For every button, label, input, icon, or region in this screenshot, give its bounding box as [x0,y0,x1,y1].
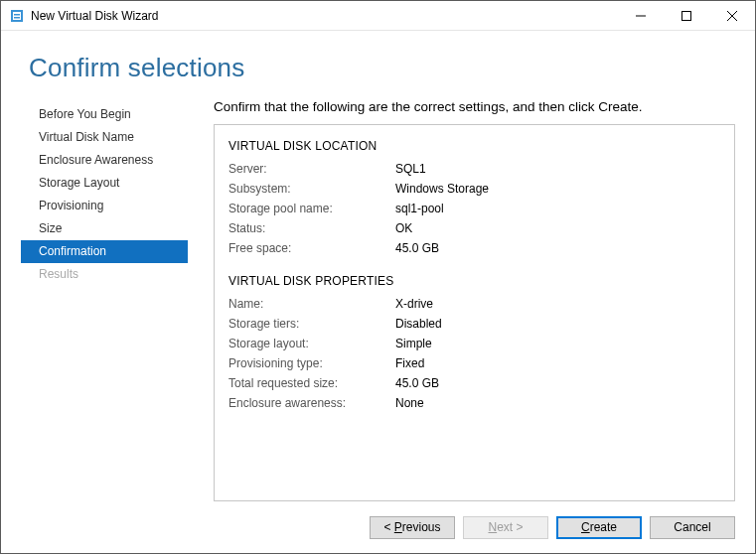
sidebar-item-label: Virtual Disk Name [39,130,134,144]
svg-rect-1 [13,12,21,20]
sidebar-item-size[interactable]: Size [21,217,188,240]
maximize-button[interactable] [664,1,709,31]
row-status: Status: OK [228,218,720,238]
heading-area: Confirm selections [1,31,755,99]
value-server: SQL1 [395,159,426,179]
row-provisioning: Provisioning type: Fixed [228,353,720,373]
label-pool: Storage pool name: [228,199,395,218]
create-button-label: reate [590,520,617,534]
label-enclosure: Enclosure awareness: [228,393,395,413]
row-subsystem: Subsystem: Windows Storage [228,179,720,199]
row-pool: Storage pool name: sql1-pool [228,199,720,218]
value-pool: sql1-pool [395,199,444,218]
label-layout: Storage layout: [228,334,395,353]
sidebar-item-label: Before You Begin [39,107,131,121]
value-free-space: 45.0 GB [395,238,439,258]
row-total-size: Total requested size: 45.0 GB [228,373,720,393]
sidebar-item-provisioning[interactable]: Provisioning [21,195,188,217]
value-subsystem: Windows Storage [395,179,489,199]
label-free-space: Free space: [228,238,395,258]
previous-button[interactable]: < Previous [370,516,455,539]
sidebar-item-label: Confirmation [39,244,106,258]
svg-rect-3 [14,17,20,19]
label-total-size: Total requested size: [228,373,395,393]
previous-button-label: revious [402,520,441,534]
row-server: Server: SQL1 [228,159,720,179]
next-button: Next > [463,516,548,539]
value-tiers: Disabled [395,314,442,334]
value-total-size: 45.0 GB [395,373,439,393]
sidebar-item-results: Results [21,263,188,286]
sidebar-item-enclosure-awareness[interactable]: Enclosure Awareness [21,149,188,172]
footer-buttons: < Previous Next > Create Cancel [1,501,755,553]
wizard-steps-sidebar: Before You Begin Virtual Disk Name Enclo… [21,99,188,501]
value-provisioning: Fixed [395,353,424,373]
window-title: New Virtual Disk Wizard [31,9,158,23]
label-subsystem: Subsystem: [228,179,395,199]
sidebar-item-label: Provisioning [39,199,103,212]
sidebar-item-before-you-begin[interactable]: Before You Begin [21,103,188,126]
label-server: Server: [228,159,395,179]
row-tiers: Storage tiers: Disabled [228,314,720,334]
cancel-button[interactable]: Cancel [650,516,735,539]
main-area: Before You Begin Virtual Disk Name Enclo… [1,99,755,501]
sidebar-item-confirmation[interactable]: Confirmation [21,240,188,263]
sidebar-item-label: Enclosure Awareness [39,153,153,167]
row-name: Name: X-drive [228,294,720,314]
value-enclosure: None [395,393,424,413]
label-name: Name: [228,294,395,314]
row-free-space: Free space: 45.0 GB [228,238,720,258]
next-button-label: ext > [497,520,523,534]
cancel-button-label: Cancel [674,520,710,534]
svg-rect-5 [682,11,691,20]
instruction-text: Confirm that the following are the corre… [214,99,735,114]
label-tiers: Storage tiers: [228,314,395,334]
sidebar-item-storage-layout[interactable]: Storage Layout [21,172,188,195]
value-status: OK [395,218,412,238]
confirmation-panel: VIRTUAL DISK LOCATION Server: SQL1 Subsy… [214,124,735,501]
close-button[interactable] [709,1,755,31]
sidebar-item-label: Results [39,267,78,281]
create-button[interactable]: Create [556,516,642,539]
sidebar-item-virtual-disk-name[interactable]: Virtual Disk Name [21,126,188,149]
title-bar: New Virtual Disk Wizard [1,1,755,31]
row-layout: Storage layout: Simple [228,334,720,353]
app-icon [9,8,25,24]
content-area: Confirm that the following are the corre… [188,99,735,501]
sidebar-item-label: Storage Layout [39,176,119,190]
label-provisioning: Provisioning type: [228,353,395,373]
section-title-location: VIRTUAL DISK LOCATION [228,139,720,153]
row-enclosure: Enclosure awareness: None [228,393,720,413]
value-name: X-drive [395,294,433,314]
minimize-button[interactable] [618,1,664,31]
label-status: Status: [228,218,395,238]
svg-rect-2 [14,14,20,16]
section-title-properties: VIRTUAL DISK PROPERTIES [228,274,720,288]
sidebar-item-label: Size [39,221,62,235]
value-layout: Simple [395,334,432,353]
page-title: Confirm selections [29,53,727,83]
